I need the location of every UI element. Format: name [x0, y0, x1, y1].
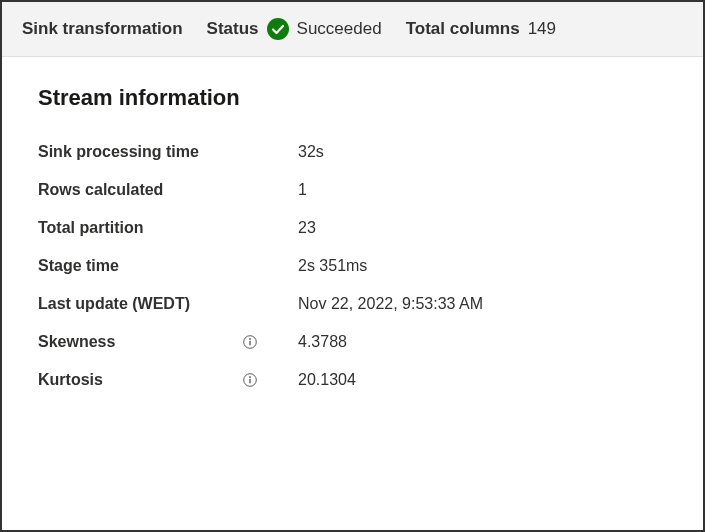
info-value: 20.1304 [298, 371, 356, 389]
info-value: 1 [298, 181, 307, 199]
info-label-column: Kurtosis [38, 371, 298, 389]
info-label-column: Total partition [38, 219, 298, 237]
info-value: 23 [298, 219, 316, 237]
svg-point-0 [267, 18, 289, 40]
transformation-label: Sink transformation [22, 19, 183, 39]
transformation-header: Sink transformation [22, 19, 183, 39]
section-title: Stream information [38, 85, 667, 111]
info-row: Rows calculated1 [38, 171, 667, 209]
info-row: Last update (WEDT)Nov 22, 2022, 9:53:33 … [38, 285, 667, 323]
info-value: Nov 22, 2022, 9:53:33 AM [298, 295, 483, 313]
success-check-icon [267, 18, 289, 40]
info-rows-container: Sink processing time32sRows calculated1T… [38, 133, 667, 399]
columns-value: 149 [528, 19, 556, 39]
header-bar: Sink transformation Status Succeeded Tot… [2, 2, 703, 57]
info-value: 4.3788 [298, 333, 347, 351]
info-row: Total partition23 [38, 209, 667, 247]
info-label-column: Stage time [38, 257, 298, 275]
info-row: Skewness4.3788 [38, 323, 667, 361]
info-label-column: Sink processing time [38, 143, 298, 161]
info-icon[interactable] [242, 372, 258, 388]
info-icon[interactable] [242, 334, 258, 350]
svg-point-5 [249, 376, 251, 378]
info-label-column: Rows calculated [38, 181, 298, 199]
info-row: Sink processing time32s [38, 133, 667, 171]
info-label: Total partition [38, 219, 143, 237]
info-label: Sink processing time [38, 143, 199, 161]
svg-rect-3 [249, 341, 250, 346]
info-label-column: Last update (WEDT) [38, 295, 298, 313]
columns-label: Total columns [406, 19, 520, 39]
info-label: Last update (WEDT) [38, 295, 190, 313]
info-label: Stage time [38, 257, 119, 275]
info-label: Skewness [38, 333, 115, 351]
info-value: 32s [298, 143, 324, 161]
svg-rect-6 [249, 379, 250, 384]
info-row: Stage time2s 351ms [38, 247, 667, 285]
status-header: Status Succeeded [207, 18, 382, 40]
info-value: 2s 351ms [298, 257, 367, 275]
status-label: Status [207, 19, 259, 39]
info-label-column: Skewness [38, 333, 298, 351]
columns-header: Total columns 149 [406, 19, 556, 39]
svg-point-2 [249, 338, 251, 340]
content-panel: Stream information Sink processing time3… [2, 57, 703, 427]
info-row: Kurtosis20.1304 [38, 361, 667, 399]
info-label: Rows calculated [38, 181, 163, 199]
info-label: Kurtosis [38, 371, 103, 389]
status-value: Succeeded [297, 19, 382, 39]
